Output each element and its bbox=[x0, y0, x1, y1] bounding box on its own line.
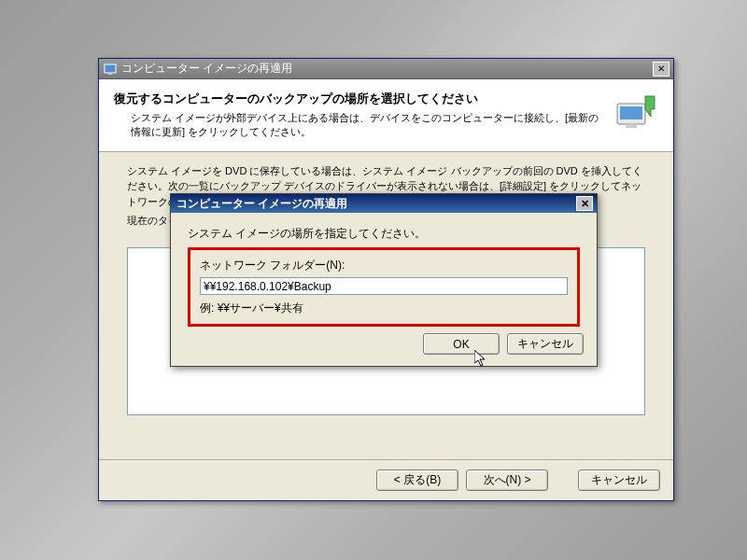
svg-rect-0 bbox=[105, 64, 116, 73]
next-button[interactable]: 次へ(N) > bbox=[466, 469, 548, 491]
dialog-titlebar[interactable]: コンピューター イメージの再適用 ✕ bbox=[171, 194, 597, 213]
wizard-button-bar: < 戻る(B) 次へ(N) > キャンセル bbox=[99, 459, 673, 500]
dialog-instruction: システム イメージの場所を指定してください。 bbox=[188, 226, 580, 242]
folder-label: ネットワーク フォルダー(N): bbox=[200, 258, 568, 273]
folder-example: 例: ¥¥サーバー¥共有 bbox=[200, 301, 568, 316]
back-button[interactable]: < 戻る(B) bbox=[376, 469, 458, 491]
dialog-close-button[interactable]: ✕ bbox=[576, 196, 593, 211]
close-button[interactable]: ✕ bbox=[653, 62, 669, 77]
highlighted-input-area: ネットワーク フォルダー(N): 例: ¥¥サーバー¥共有 bbox=[188, 247, 580, 327]
svg-rect-3 bbox=[620, 106, 642, 119]
wizard-titlebar[interactable]: コンピューター イメージの再適用 ✕ bbox=[99, 59, 673, 79]
network-folder-input[interactable] bbox=[200, 277, 568, 295]
svg-rect-1 bbox=[108, 73, 112, 75]
dialog-cancel-button[interactable]: キャンセル bbox=[507, 333, 584, 355]
wizard-title: コンピューター イメージの再適用 bbox=[121, 61, 292, 77]
page-title: 復元するコンピューターのバックアップの場所を選択してください bbox=[114, 91, 606, 107]
system-icon bbox=[103, 62, 118, 77]
page-subtitle: システム イメージが外部デバイス上にある場合は、デバイスをこのコンピューターに接… bbox=[114, 111, 606, 140]
dialog-title: コンピューター イメージの再適用 bbox=[175, 196, 576, 212]
svg-rect-4 bbox=[626, 124, 637, 128]
network-folder-dialog: コンピューター イメージの再適用 ✕ システム イメージの場所を指定してください… bbox=[170, 193, 598, 367]
cancel-button[interactable]: キャンセル bbox=[578, 469, 660, 491]
backup-icon bbox=[613, 91, 658, 135]
ok-button[interactable]: OK bbox=[423, 333, 500, 355]
wizard-header: 復元するコンピューターのバックアップの場所を選択してください システム イメージ… bbox=[99, 79, 673, 152]
